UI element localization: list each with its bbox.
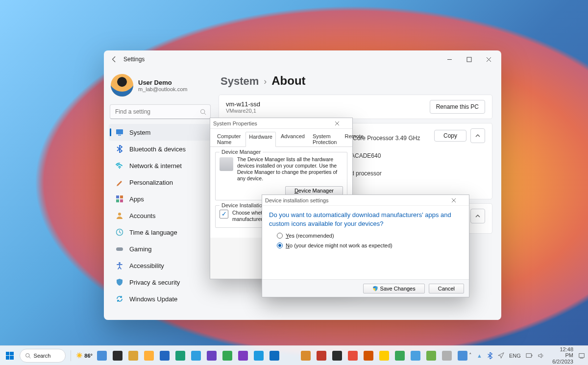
spec-system-type-value: d processor <box>351 170 382 177</box>
chevron-right-icon: › <box>264 76 267 87</box>
taskbar-app[interactable] <box>441 349 453 362</box>
taskbar-app[interactable] <box>96 349 108 362</box>
app-icon <box>97 351 107 361</box>
user-panel[interactable]: User Demo m_lab@outlook.com <box>109 71 214 102</box>
save-changes-button[interactable]: Save Changes <box>363 284 425 293</box>
tray-volume-icon[interactable] <box>538 353 544 359</box>
tray-onedrive-icon[interactable]: ▲ <box>477 353 482 359</box>
taskbar-app[interactable] <box>362 349 375 362</box>
nav-item-accounts[interactable]: Accounts <box>109 207 214 224</box>
taskbar-weather[interactable]: ☀️ 86° <box>73 352 96 359</box>
sysprop-tab-system-protection[interactable]: System Protection <box>310 132 340 146</box>
sysprop-tab-computer-name[interactable]: Computer Name <box>214 132 244 146</box>
app-icon <box>270 351 279 361</box>
gamepad-icon <box>116 245 123 253</box>
taskbar-app[interactable] <box>111 349 124 362</box>
tray-network-icon[interactable] <box>526 353 533 359</box>
window-title: Settings <box>123 56 145 63</box>
radio-no[interactable]: No (your device might not work as expect… <box>262 241 469 250</box>
cancel-button[interactable]: Cancel <box>429 284 464 293</box>
taskbar-app[interactable] <box>331 349 343 362</box>
back-button[interactable] <box>107 52 122 67</box>
collapse-button[interactable] <box>470 128 485 143</box>
app-icon <box>395 351 405 361</box>
copy-button[interactable]: Copy <box>434 130 466 142</box>
nav-item-network-internet[interactable]: Network & internet <box>109 157 214 174</box>
svg-point-14 <box>119 262 121 264</box>
taskbar-app[interactable] <box>456 349 469 362</box>
taskbar-app[interactable] <box>268 349 281 362</box>
taskbar-app[interactable] <box>221 349 234 362</box>
nav-item-personalization[interactable]: Personalization <box>109 174 214 191</box>
tray-chevron-up-icon[interactable]: ˄ <box>469 352 472 359</box>
rename-pc-button[interactable]: Rename this PC <box>430 100 485 114</box>
taskbar-app[interactable] <box>346 349 359 362</box>
tray-bluetooth-icon[interactable] <box>487 352 493 359</box>
close-icon <box>486 57 491 62</box>
taskbar-app[interactable] <box>425 349 438 362</box>
app-icon <box>442 351 452 361</box>
dis-title: Device installation settings <box>265 197 329 203</box>
dis-close-button[interactable] <box>451 198 466 203</box>
nav-item-time-language[interactable]: Time & language <box>109 224 214 241</box>
clock-time: 12:48 PM <box>552 346 573 358</box>
taskbar-clock[interactable]: 12:48 PM 6/2/2023 <box>552 346 573 364</box>
taskbar-search[interactable]: Search <box>20 349 66 363</box>
svg-rect-18 <box>579 353 585 357</box>
sysprop-tab-hardware[interactable]: Hardware <box>245 132 276 147</box>
group-legend: Device Manager <box>220 149 263 155</box>
nav-item-bluetooth-devices[interactable]: Bluetooth & devices <box>109 141 214 157</box>
search-icon <box>200 109 206 115</box>
taskbar-app[interactable] <box>237 349 249 362</box>
sysprop-tabs: Computer NameHardwareAdvancedSystem Prot… <box>210 129 352 147</box>
taskbar-app[interactable] <box>299 349 312 362</box>
taskbar-app[interactable] <box>393 349 406 362</box>
minimize-button[interactable] <box>440 52 459 67</box>
sysprop-tab-advanced[interactable]: Advanced <box>278 132 308 146</box>
nav-item-privacy-security[interactable]: Privacy & security <box>109 274 214 291</box>
person-icon <box>116 212 123 219</box>
taskbar-app[interactable] <box>174 349 187 362</box>
device-manager-button[interactable]: Device Manager <box>285 186 343 195</box>
taskbar-app[interactable] <box>205 349 218 362</box>
hardware-icon <box>220 157 233 171</box>
taskbar-app[interactable] <box>378 349 391 362</box>
taskbar-app[interactable] <box>127 349 140 362</box>
nav-item-windows-update[interactable]: Windows Update <box>109 291 214 307</box>
nav-item-system[interactable]: System <box>109 124 214 141</box>
nav-label: Accounts <box>129 212 155 219</box>
maximize-button[interactable] <box>459 52 479 67</box>
app-icon <box>426 351 436 361</box>
tray-notifications-icon[interactable] <box>578 352 585 359</box>
collapse-button-2[interactable] <box>470 209 485 223</box>
user-name: User Demo <box>138 79 187 86</box>
dis-question: Do you want to automatically download ma… <box>262 206 469 231</box>
app-icon <box>458 351 467 361</box>
nav-item-gaming[interactable]: Gaming <box>109 241 214 257</box>
taskbar-app[interactable] <box>252 349 265 362</box>
breadcrumb-current: About <box>271 74 305 88</box>
nav-label: Privacy & security <box>129 279 180 286</box>
sysprop-close-button[interactable] <box>335 121 349 126</box>
brush-icon <box>116 178 123 186</box>
tray-language[interactable]: ENG <box>509 353 521 359</box>
search-input[interactable] <box>114 108 200 116</box>
radio-yes[interactable]: Yes (recommended) <box>262 231 469 241</box>
start-button[interactable] <box>3 349 17 363</box>
nav-label: Personalization <box>129 179 173 186</box>
sysprop-tab-remote[interactable]: Remote <box>342 132 367 146</box>
taskbar-app[interactable] <box>158 349 171 362</box>
svg-line-3 <box>204 113 206 114</box>
sun-icon: ☀️ <box>76 352 83 359</box>
nav-item-accessibility[interactable]: Accessibility <box>109 257 214 274</box>
close-button[interactable] <box>479 52 498 67</box>
find-setting-search[interactable] <box>110 104 211 119</box>
taskbar-app[interactable] <box>284 349 296 362</box>
tray-location-icon[interactable] <box>498 352 504 359</box>
breadcrumb-parent[interactable]: System <box>220 75 259 88</box>
taskbar-app[interactable] <box>409 349 422 362</box>
taskbar-app[interactable] <box>190 349 202 362</box>
nav-item-apps[interactable]: Apps <box>109 191 214 207</box>
taskbar-app[interactable] <box>315 349 328 362</box>
taskbar-app[interactable] <box>143 349 155 362</box>
